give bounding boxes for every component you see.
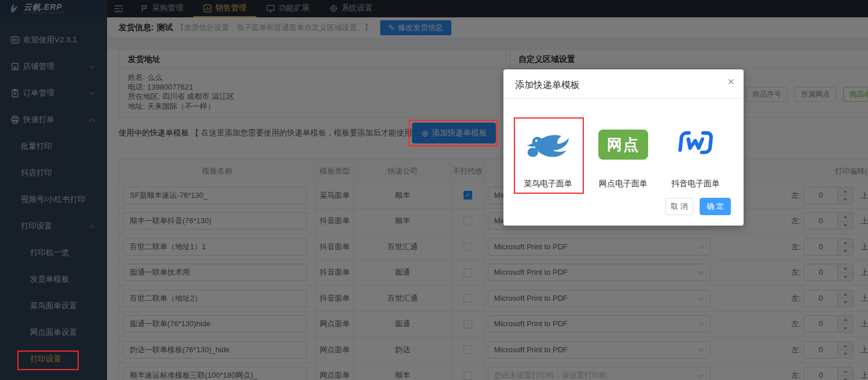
option-label: 网点电子面单 bbox=[591, 179, 655, 189]
option-wangdian-waybill[interactable]: 网点 网点电子面单 bbox=[591, 119, 655, 189]
douyin-logo-icon bbox=[676, 129, 715, 160]
modal-title: 添加快递单模板 bbox=[515, 79, 580, 91]
add-template-modal: 添加快递单模板 × 菜鸟电子面单 网点 网点电子面单 bbox=[503, 69, 744, 226]
wangdian-badge-icon: 网点 bbox=[598, 130, 648, 160]
close-icon[interactable]: × bbox=[727, 75, 734, 88]
option-douyin-waybill[interactable]: 抖音电子面单 bbox=[664, 119, 727, 189]
option-label: 菜鸟电子面单 bbox=[516, 179, 580, 189]
option-cainiao-waybill[interactable]: 菜鸟电子面单 bbox=[516, 119, 580, 189]
cainiao-bird-icon bbox=[525, 127, 571, 163]
option-label: 抖音电子面单 bbox=[664, 179, 727, 189]
app-screen: 云帆.ERP CLOUDSAIL.NET.CN 采购管理 销售管理 功能扩展 系… bbox=[0, 0, 868, 380]
confirm-button[interactable]: 确 定 bbox=[700, 198, 731, 215]
cancel-button[interactable]: 取 消 bbox=[665, 198, 693, 215]
modal-divider bbox=[503, 98, 744, 99]
